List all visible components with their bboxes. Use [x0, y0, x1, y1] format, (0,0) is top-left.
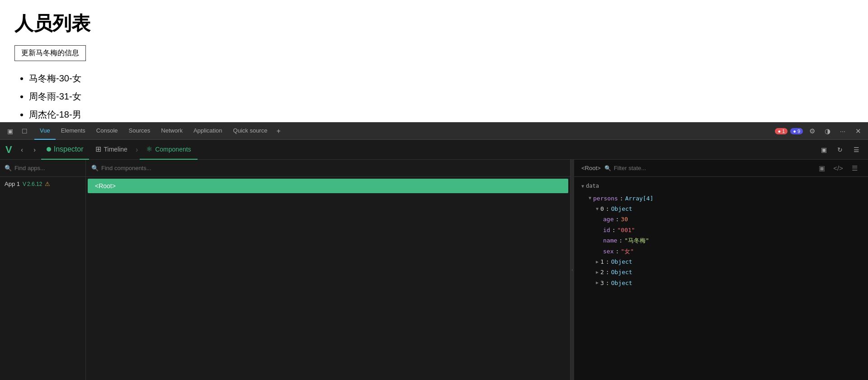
left-sidebar: 🔍 ↻ App 1 V 2.6.12 ⚠ — [0, 160, 86, 380]
error-dot-icon: ● — [778, 128, 781, 134]
name-val: "马冬梅" — [624, 235, 649, 246]
right-panel-controls: ▣ </> ☰ — [816, 162, 861, 175]
devtools-icons: ▣ ☐ — [4, 125, 31, 138]
find-apps-input[interactable] — [14, 165, 90, 171]
age-val: 30 — [621, 214, 628, 224]
more-icon[interactable]: ··· — [836, 125, 849, 138]
tab-quick-source[interactable]: Quick source — [228, 123, 273, 140]
state-tree: ▼ data ▼ persons : Array[4] ▼ 0 : — [574, 177, 868, 380]
item0-type: Object — [611, 204, 632, 214]
find-components-input[interactable] — [101, 165, 565, 171]
tab-timeline[interactable]: ⊞ Timeline — [89, 140, 134, 160]
persons-key: persons — [593, 193, 618, 204]
timeline-tab-label: Timeline — [104, 146, 127, 153]
id-val: "001" — [617, 225, 635, 235]
item1-type: Object — [611, 256, 632, 267]
age-key: age — [603, 214, 613, 224]
filter-icon: 🔍 — [604, 165, 611, 171]
age-row: age : 30 — [581, 214, 861, 224]
tab-vue[interactable]: Vue — [34, 123, 56, 140]
components-tab-label: Components — [155, 146, 191, 153]
item3-key: 3 — [600, 278, 604, 288]
devtools-tab-bar: ▣ ☐ Vue Elements Console Sources Network… — [0, 123, 868, 140]
vue-bar-right: ▣ ↻ ☰ — [817, 143, 863, 156]
persons-collapse[interactable]: ▼ — [589, 194, 591, 202]
refresh-icon[interactable]: ↻ — [834, 143, 846, 156]
item3-collapse[interactable]: ▶ — [596, 279, 599, 287]
page-title: 人员列表 — [14, 11, 854, 36]
vue-devtools-bar: V ‹ › Inspector ⊞ Timeline › ⚛ Component… — [0, 140, 868, 160]
forward-button[interactable]: › — [28, 143, 41, 156]
id-row: id : "001" — [581, 225, 861, 235]
data-section: ▼ data — [581, 181, 861, 191]
tab-right-controls: ● 1 ● 9 ⚙ ◑ ··· ✕ — [775, 125, 864, 138]
item2-collapse[interactable]: ▶ — [596, 268, 599, 276]
item2-key: 2 — [600, 267, 604, 277]
error-count: 1 — [782, 128, 785, 134]
app-version: V 2.6.12 — [23, 181, 42, 187]
inspector-tab-label: Inspector — [54, 145, 84, 153]
item1-collapse[interactable]: ▶ — [596, 258, 599, 266]
add-tab-button[interactable]: + — [273, 127, 284, 135]
warning-badge: ● 9 — [790, 128, 803, 134]
main-content: 人员列表 更新马冬梅的信息 马冬梅-30-女 周冬雨-31-女 周杰伦-18-男… — [0, 0, 868, 122]
name-key: name — [603, 235, 617, 246]
persons-row: ▼ persons : Array[4] — [581, 193, 861, 204]
item2-row: ▶ 2 : Object — [581, 267, 861, 277]
list-item: 周杰伦-18-男 — [29, 105, 854, 124]
list-item: 马冬梅-30-女 — [29, 69, 854, 87]
filter-state-input[interactable] — [614, 165, 812, 171]
snapshot-icon[interactable]: ▣ — [816, 162, 828, 175]
collapse-triangle[interactable]: ▼ — [581, 182, 584, 190]
panel-resize-handle[interactable]: ‹ — [571, 160, 574, 380]
menu-icon[interactable]: ☰ — [850, 143, 863, 156]
root-tag-label: <Root> — [581, 165, 601, 171]
components-icon: ⚛ — [146, 145, 152, 153]
update-button[interactable]: 更新马冬梅的信息 — [14, 45, 86, 61]
device-icon[interactable]: ☐ — [18, 125, 31, 138]
search-icon: 🔍 — [5, 165, 12, 171]
data-label: data — [586, 181, 599, 191]
vue-v-icon: V — [23, 181, 26, 187]
tab-application[interactable]: Application — [188, 123, 228, 140]
persons-type: Array[4] — [625, 193, 654, 204]
devtools-panel: ▣ ☐ Vue Elements Console Sources Network… — [0, 122, 868, 380]
item0-key: 0 — [600, 204, 604, 214]
inspector-dot-icon — [47, 147, 51, 152]
inspect-icon[interactable]: ▣ — [4, 125, 16, 138]
center-panel: 🔍 <Root> — [86, 160, 571, 380]
find-apps-bar: 🔍 ↻ — [0, 160, 85, 177]
dock-icon[interactable]: ◑ — [821, 125, 834, 138]
name-row: name : "马冬梅" — [581, 235, 861, 246]
right-panel-header: <Root> 🔍 ▣ </> ☰ — [574, 160, 868, 177]
tab-components[interactable]: ⚛ Components — [140, 140, 197, 160]
expand-icon[interactable]: ☰ — [848, 162, 861, 175]
root-component-item[interactable]: <Root> — [88, 179, 568, 193]
tab-elements[interactable]: Elements — [56, 123, 91, 140]
tab-inspector[interactable]: Inspector — [41, 140, 89, 160]
tab-console[interactable]: Console — [91, 123, 123, 140]
app-label: App 1 — [5, 180, 20, 187]
item0-collapse[interactable]: ▼ — [596, 205, 599, 213]
item2-type: Object — [611, 267, 632, 277]
item1-row: ▶ 1 : Object — [581, 256, 861, 267]
list-item: 周冬雨-31-女 — [29, 87, 854, 105]
sex-key: sex — [603, 246, 613, 256]
item3-type: Object — [611, 278, 632, 288]
warning-count: 9 — [797, 128, 800, 134]
devtools-body: 🔍 ↻ App 1 V 2.6.12 ⚠ 🔍 <Root> ‹ — [0, 160, 868, 380]
tab-network[interactable]: Network — [156, 123, 188, 140]
version-number: 2.6.12 — [27, 181, 42, 187]
back-button[interactable]: ‹ — [16, 143, 28, 156]
close-icon[interactable]: ✕ — [852, 125, 864, 138]
filter-state-bar: 🔍 — [604, 165, 812, 171]
error-badge: ● 1 — [775, 128, 788, 134]
item1-key: 1 — [600, 256, 604, 267]
app-item[interactable]: App 1 V 2.6.12 ⚠ — [0, 177, 85, 191]
id-key: id — [603, 225, 610, 235]
warning-dot-icon: ● — [793, 128, 796, 134]
screenshot-icon[interactable]: ▣ — [817, 143, 830, 156]
settings-icon[interactable]: ⚙ — [806, 125, 818, 138]
code-icon[interactable]: </> — [832, 162, 844, 175]
tab-sources[interactable]: Sources — [123, 123, 156, 140]
